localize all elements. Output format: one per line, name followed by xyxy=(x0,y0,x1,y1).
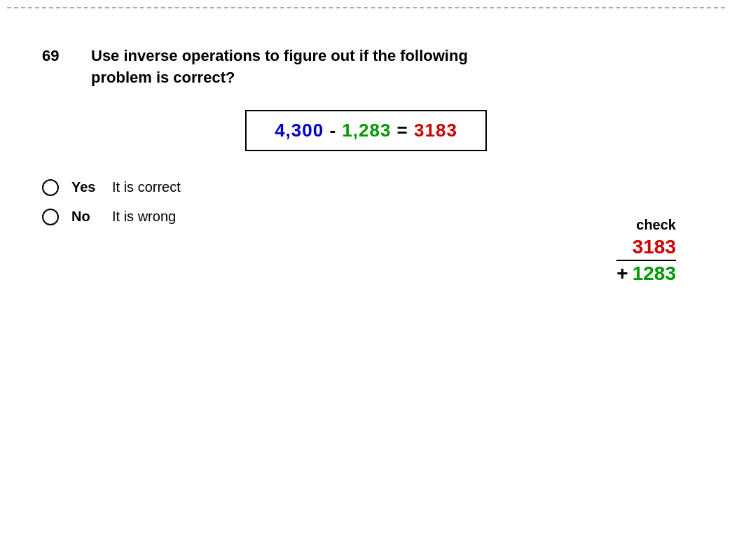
eq-equals: = xyxy=(391,120,414,141)
top-border xyxy=(7,7,725,8)
equation-box: 4,300 - 1,283 = 3183 xyxy=(42,110,690,151)
equation-inner: 4,300 - 1,283 = 3183 xyxy=(245,110,487,151)
eq-part2: 1,283 xyxy=(342,120,391,141)
question-text: Use inverse operations to figure out if … xyxy=(91,46,468,89)
radio-yes[interactable] xyxy=(42,179,59,196)
question-line1: Use inverse operations to figure out if … xyxy=(91,47,468,64)
check-label: check xyxy=(616,217,676,233)
eq-part3: 3183 xyxy=(414,120,457,141)
radio-no[interactable] xyxy=(42,209,59,225)
option-row-yes: Yes It is correct xyxy=(42,179,690,196)
option-label-no: No xyxy=(71,209,99,225)
check-section: check 3183 + 1283 xyxy=(616,217,676,285)
option-label-yes: Yes xyxy=(71,179,99,195)
check-plus-symbol: + xyxy=(616,262,628,285)
question-number: 69 xyxy=(42,46,70,65)
question-line2: problem is correct? xyxy=(91,69,235,86)
eq-operator1: - xyxy=(324,120,342,141)
question-header: 69 Use inverse operations to figure out … xyxy=(42,46,690,89)
options-container: Yes It is correct No It is wrong xyxy=(42,179,690,225)
check-value1: 3183 xyxy=(616,236,676,258)
option-row-no: No It is wrong xyxy=(42,209,690,225)
check-value2: 1283 xyxy=(633,262,676,285)
question-container: 69 Use inverse operations to figure out … xyxy=(42,46,690,225)
option-desc-no: It is wrong xyxy=(112,209,176,225)
check-plus-row: + 1283 xyxy=(616,260,676,285)
option-desc-yes: It is correct xyxy=(112,179,181,195)
eq-part1: 4,300 xyxy=(275,120,324,141)
